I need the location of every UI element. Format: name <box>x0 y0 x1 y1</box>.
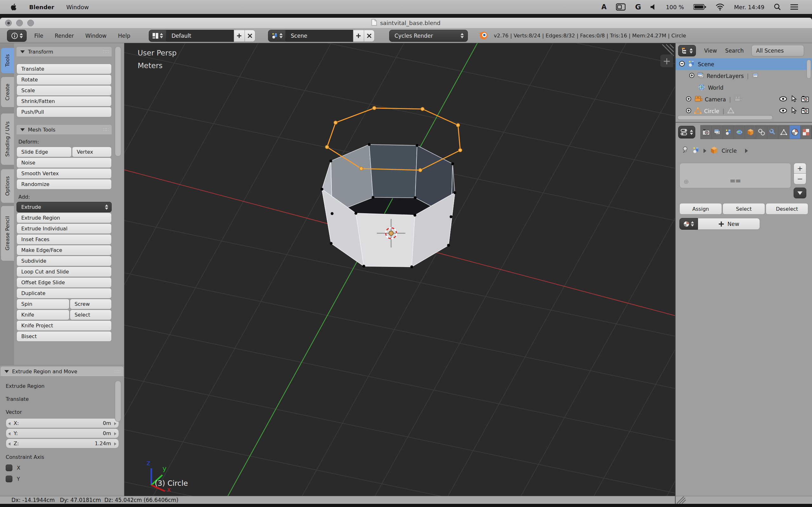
visibility-eye-icon[interactable] <box>779 96 787 103</box>
outliner-filter-dropdown[interactable]: All Scenes <box>751 45 804 56</box>
browse-material-button[interactable] <box>679 218 698 230</box>
subdivide-button[interactable]: Subdivide <box>16 256 112 266</box>
outliner-row-renderlayers[interactable]: RenderLayers <box>676 70 812 82</box>
assign-button[interactable]: Assign <box>679 203 722 215</box>
remove-material-slot-button[interactable]: − <box>794 174 806 184</box>
logitech-icon[interactable]: G <box>635 3 641 11</box>
offset-edge-slide-button[interactable]: Offset Edge Slide <box>16 277 112 288</box>
scene-value[interactable]: Scene <box>286 30 353 42</box>
tab-object[interactable] <box>745 125 756 139</box>
collapse-icon[interactable] <box>679 60 685 68</box>
scene-icon-button[interactable] <box>268 30 286 42</box>
tab-render-layers[interactable] <box>712 125 723 139</box>
selectability-cursor-icon[interactable] <box>792 95 797 104</box>
panel-header-extrude-region-move[interactable]: Extrude Region and Move ∷∷ <box>1 367 123 376</box>
knife-button[interactable]: Knife <box>16 309 69 320</box>
delete-layout-button[interactable] <box>245 30 255 42</box>
tab-create[interactable]: Create <box>1 77 14 107</box>
push-pull-button[interactable]: Push/Pull <box>16 107 112 117</box>
adobe-icon[interactable]: A <box>601 3 606 11</box>
breadcrumb-object-name[interactable]: Circle <box>722 148 737 154</box>
apple-menu-icon[interactable] <box>11 3 17 11</box>
volume-icon[interactable] <box>651 4 656 10</box>
outliner-menu-view[interactable]: View <box>704 48 717 54</box>
add-material-slot-button[interactable]: + <box>794 163 806 174</box>
screw-button[interactable]: Screw <box>70 299 112 309</box>
constraint-y-checkbox[interactable] <box>6 475 12 482</box>
wifi-icon[interactable] <box>716 3 724 10</box>
render-engine-dropdown[interactable]: Cycles Render <box>389 30 468 42</box>
operator-panel-scrollbar[interactable] <box>115 381 121 422</box>
extrude-region-button[interactable]: Extrude Region <box>16 213 112 223</box>
menu-help[interactable]: Help <box>112 33 136 39</box>
outliner-row-camera[interactable]: Camera <box>676 94 812 105</box>
panel-header-mesh-tools[interactable]: Mesh Tools ∷∷ <box>16 125 112 134</box>
spotlight-search-icon[interactable] <box>774 3 781 10</box>
constraint-x-checkbox[interactable] <box>6 464 12 471</box>
outliner-horizontal-scrollbar[interactable] <box>677 115 773 120</box>
noise-button[interactable]: Noise <box>16 158 112 168</box>
outliner-vertical-scrollbar[interactable] <box>807 60 811 78</box>
inset-faces-button[interactable]: Inset Faces <box>16 234 112 245</box>
outliner-row-scene[interactable]: Scene <box>676 58 812 70</box>
material-slot-list[interactable]: ⊕ == <box>679 163 791 188</box>
duplicate-button[interactable]: Duplicate <box>16 288 112 298</box>
tab-data[interactable] <box>778 125 790 139</box>
vector-x-field[interactable]: X: 0m <box>6 418 119 428</box>
screen-layout-icon-button[interactable] <box>149 30 166 42</box>
expand-icon[interactable] <box>686 108 692 115</box>
tab-tools[interactable]: Tools <box>1 48 14 73</box>
loop-cut-slide-button[interactable]: Loop Cut and Slide <box>16 267 112 277</box>
visibility-eye-icon[interactable] <box>779 108 787 115</box>
viewport-3d[interactable]: User Persp Meters + z y x (3) Circle <box>124 43 675 496</box>
region-expand-button[interactable]: + <box>660 55 673 67</box>
renderability-camera-icon[interactable] <box>801 107 809 115</box>
tab-texture[interactable] <box>801 125 812 139</box>
expand-icon[interactable] <box>686 96 692 103</box>
add-scene-button[interactable] <box>353 30 364 42</box>
material-specials-button[interactable] <box>794 187 806 199</box>
increment-arrow-icon[interactable] <box>114 442 116 446</box>
editor-type-selector[interactable] <box>7 30 27 42</box>
increment-arrow-icon[interactable] <box>114 422 116 425</box>
increment-arrow-icon[interactable] <box>114 432 116 435</box>
decrement-arrow-icon[interactable] <box>8 432 10 435</box>
scene-icon[interactable] <box>692 147 700 155</box>
pin-icon[interactable] <box>681 146 688 156</box>
scale-button[interactable]: Scale <box>16 85 112 96</box>
toolshelf-scrollbar[interactable] <box>115 46 121 157</box>
selectability-cursor-icon[interactable] <box>792 107 797 115</box>
battery-icon[interactable] <box>693 4 706 10</box>
display-icon[interactable] <box>616 3 625 11</box>
outliner-menu-search[interactable]: Search <box>725 48 744 54</box>
outliner-editor-selector[interactable] <box>678 45 696 56</box>
panel-grip-icon[interactable]: ∷∷ <box>114 369 121 374</box>
tab-constraints[interactable] <box>756 125 767 139</box>
randomize-button[interactable]: Randomize <box>16 179 112 189</box>
add-layout-button[interactable] <box>234 30 245 42</box>
tab-scene[interactable] <box>723 125 734 139</box>
translate-button[interactable]: Translate <box>16 64 112 74</box>
select-button[interactable]: Select <box>722 203 765 215</box>
menubar-window-menu[interactable]: Window <box>66 4 89 10</box>
panel-grip-icon[interactable]: ∷∷ <box>103 127 109 132</box>
make-edge-face-button[interactable]: Make Edge/Face <box>16 245 112 256</box>
tab-world[interactable] <box>734 125 745 139</box>
notification-center-icon[interactable] <box>791 4 798 10</box>
slide-vertex-button[interactable]: Vertex <box>72 147 112 157</box>
bisect-button[interactable]: Bisect <box>16 331 112 342</box>
new-material-button[interactable]: New <box>698 218 760 230</box>
tab-shading-uvs[interactable]: Shading / UVs <box>1 113 14 165</box>
extrude-individual-button[interactable]: Extrude Individual <box>16 223 112 234</box>
panel-header-transform[interactable]: Transform ∷∷ <box>16 47 112 56</box>
slot-add-icon[interactable]: ⊕ <box>683 178 689 185</box>
knife-project-button[interactable]: Knife Project <box>16 320 112 331</box>
knife-select-button[interactable]: Select <box>70 309 112 320</box>
vector-y-field[interactable]: Y: 0m <box>6 429 119 438</box>
tab-material[interactable] <box>790 125 801 139</box>
decrement-arrow-icon[interactable] <box>8 422 10 425</box>
outliner-row-world[interactable]: World <box>676 82 812 94</box>
menu-window[interactable]: Window <box>80 33 112 39</box>
extrude-dropdown[interactable]: Extrude <box>16 202 112 212</box>
spin-button[interactable]: Spin <box>16 299 69 309</box>
